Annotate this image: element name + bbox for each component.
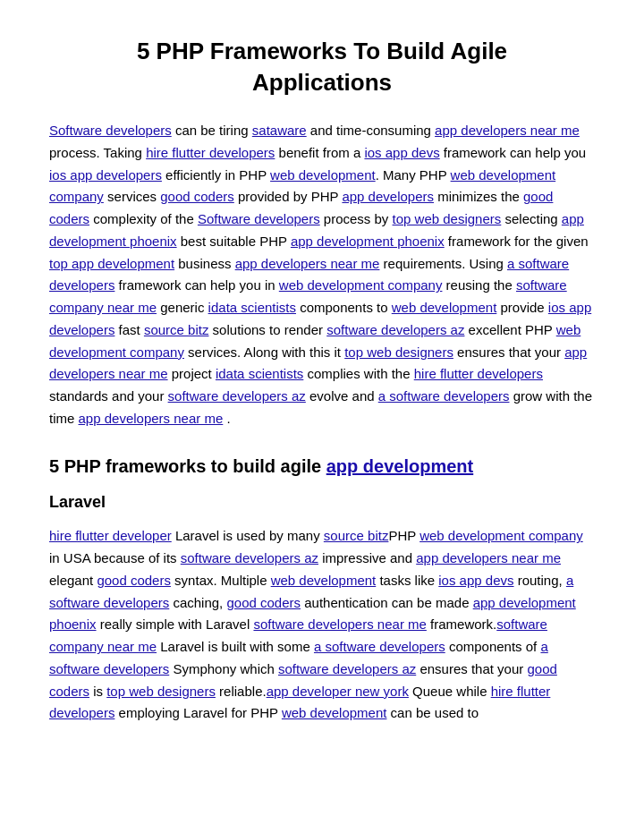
link-idata-scientists-2[interactable]: idata scientists [216, 366, 303, 381]
link-software-developers-2[interactable]: Software developers [198, 211, 320, 226]
link-app-developer-new-york[interactable]: app developer new york [267, 684, 409, 699]
link-source-bitz-2[interactable]: source bitz [324, 528, 389, 543]
link-software-developers-1[interactable]: Software developers [49, 123, 172, 138]
link-top-web-designers-2[interactable]: top web designers [344, 344, 453, 360]
intro-paragraph: Software developers can be tiring satawa… [49, 120, 595, 430]
page-title: 5 PHP Frameworks To Build Agile Applicat… [49, 36, 595, 98]
link-app-developers-near-me-1[interactable]: app developers near me [435, 123, 580, 138]
link-app-developers-near-me-2[interactable]: app developers near me [235, 256, 380, 271]
link-source-bitz-1[interactable]: source bitz [144, 322, 209, 337]
link-top-web-designers-1[interactable]: top web designers [393, 211, 502, 226]
link-top-web-designers-3[interactable]: top web designers [106, 684, 216, 699]
link-web-development-1[interactable]: web development [270, 167, 376, 183]
sub-heading-laravel: Laravel [49, 489, 595, 515]
link-idata-scientists-1[interactable]: idata scientists [208, 300, 296, 315]
link-sataware[interactable]: sataware [252, 123, 307, 138]
section-heading: 5 PHP frameworks to build agile app deve… [49, 452, 595, 480]
link-web-development-company-2[interactable]: web development company [279, 277, 443, 293]
link-hire-flutter-developer-1[interactable]: hire flutter developer [49, 528, 172, 543]
link-software-developers-near-me-1[interactable]: software developers near me [253, 616, 426, 632]
link-hire-flutter-developers-1[interactable]: hire flutter developers [146, 145, 275, 160]
link-software-developers-az-2[interactable]: software developers az [168, 388, 306, 404]
link-app-developers-near-me-5[interactable]: app developers near me [416, 550, 561, 565]
link-software-developers-az-4[interactable]: software developers az [278, 661, 416, 676]
link-app-developers-near-me-4[interactable]: app developers near me [79, 411, 224, 426]
link-a-software-developers-2[interactable]: a software developers [378, 388, 510, 404]
page-container: 5 PHP Frameworks To Build Agile Applicat… [0, 0, 644, 782]
link-web-development-company-4[interactable]: web development company [419, 528, 583, 543]
link-app-development-heading[interactable]: app development [326, 456, 473, 476]
link-ios-app-devs-1[interactable]: ios app devs [364, 145, 439, 160]
link-web-development-3[interactable]: web development [271, 573, 377, 588]
link-software-developers-az-1[interactable]: software developers az [326, 322, 464, 337]
laravel-paragraph: hire flutter developer Laravel is used b… [49, 525, 595, 725]
link-software-developers-az-3[interactable]: software developers az [181, 550, 318, 565]
link-a-software-developers-4[interactable]: a software developers [314, 639, 445, 654]
link-good-coders-4[interactable]: good coders [226, 595, 301, 610]
link-top-app-development-1[interactable]: top app development [49, 256, 174, 271]
link-hire-flutter-developers-2[interactable]: hire flutter developers [414, 366, 543, 381]
link-good-coders-3[interactable]: good coders [97, 573, 171, 588]
link-app-developers-1[interactable]: app developers [342, 189, 434, 204]
link-app-development-phoenix-2[interactable]: app development phoenix [291, 234, 445, 249]
link-good-coders-1[interactable]: good coders [160, 189, 234, 204]
link-web-development-2[interactable]: web development [392, 300, 497, 315]
link-ios-app-devs-2[interactable]: ios app devs [438, 573, 513, 588]
link-web-development-4[interactable]: web development [282, 705, 387, 720]
link-ios-app-developers-1[interactable]: ios app developers [49, 167, 162, 183]
